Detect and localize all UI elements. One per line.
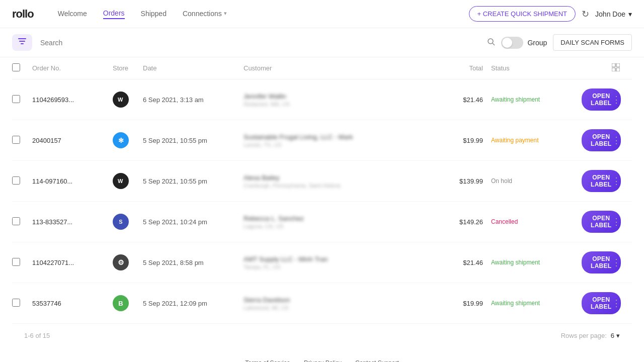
svg-rect-7	[612, 68, 615, 71]
filter-icon	[18, 38, 26, 45]
svg-rect-1	[19, 41, 25, 42]
col-store: Store	[113, 64, 143, 72]
customer-name: Sierra Davidson	[244, 296, 441, 304]
order-status: Cancelled	[491, 218, 582, 225]
col-order-no: Order No.	[32, 64, 113, 72]
customer-address: Cranburgh, Pennsylvania, Saint Helena	[244, 183, 441, 189]
more-options-button[interactable]: ⋮	[612, 257, 621, 268]
refresh-button[interactable]: ↻	[582, 9, 589, 20]
column-settings-button[interactable]	[612, 63, 620, 73]
group-label: Group	[527, 39, 547, 47]
terms-of-service-link[interactable]: Terms of Service	[245, 359, 290, 362]
logo: rollo	[12, 8, 34, 21]
search-button[interactable]	[487, 38, 495, 48]
nav-welcome[interactable]: Welcome	[58, 10, 87, 19]
privacy-policy-link[interactable]: Privacy Policy	[304, 359, 342, 362]
store-icon: B	[113, 295, 129, 311]
order-date: 5 Sep 2021, 10:24 pm	[143, 218, 244, 226]
order-date: 6 Sep 2021, 3:13 am	[143, 96, 244, 104]
connections-chevron-icon: ▾	[224, 10, 227, 17]
row-checkbox[interactable]	[12, 136, 20, 144]
row-checkbox[interactable]	[12, 176, 20, 185]
svg-line-4	[493, 43, 495, 45]
page-footer: Terms of Service Privacy Policy Contact …	[0, 347, 644, 362]
nav-links: Welcome Orders Shipped Connections ▾	[58, 9, 453, 19]
order-total: $149.26	[441, 218, 491, 226]
store-icon: W	[113, 92, 129, 108]
more-options-button[interactable]: ⋮	[612, 94, 621, 105]
pagination-info: 1-6 of 15	[24, 332, 50, 339]
wix-logo: W	[116, 176, 125, 186]
more-options-button[interactable]: ⋮	[612, 216, 621, 227]
user-menu[interactable]: John Doe ▾	[595, 10, 632, 18]
customer-address: Laredo, TX, US	[244, 142, 441, 148]
footer-links: Terms of Service Privacy Policy Contact …	[12, 359, 632, 362]
row-checkbox[interactable]	[12, 258, 20, 266]
table-row: 114-097160... W 5 Sep 2021, 10:55 pm Ale…	[12, 161, 632, 202]
more-options-button[interactable]: ⋮	[612, 135, 621, 146]
order-total: $21.46	[441, 96, 491, 104]
store-icon: S	[113, 214, 129, 230]
table-row: 53537746 B 5 Sep 2021, 12:09 pm Sierra D…	[12, 283, 632, 324]
table-row: 1104227071... ⚙ 5 Sep 2021, 8:58 pm AMT …	[12, 242, 632, 283]
order-number: 1104227071...	[32, 259, 113, 266]
order-number: 20400157	[32, 137, 113, 144]
row-checkbox[interactable]	[12, 299, 20, 307]
customer-address: Lakewood, MI, US	[244, 305, 441, 311]
svg-point-3	[488, 39, 493, 44]
order-total: $19.99	[441, 300, 491, 307]
wix-logo: W	[116, 95, 125, 104]
rows-per-page-label: Rows per page:	[561, 332, 607, 339]
customer-address: Tampa, FL, US	[244, 264, 441, 270]
customer-address: Laguna, CA, US	[244, 223, 441, 229]
column-settings-icon	[612, 63, 620, 71]
svg-rect-0	[18, 38, 26, 39]
create-quick-shipment-button[interactable]: + CREATE QUICK SHIPMENT	[469, 6, 576, 22]
order-status: On hold	[491, 177, 582, 185]
nav-orders[interactable]: Orders	[103, 9, 125, 19]
svg-text:W: W	[118, 178, 123, 184]
user-chevron-icon: ▾	[628, 10, 632, 18]
svg-rect-5	[612, 63, 615, 67]
navbar: rollo Welcome Orders Shipped Connections…	[0, 0, 644, 28]
row-checkbox[interactable]	[12, 217, 20, 225]
more-options-button[interactable]: ⋮	[612, 175, 621, 187]
table-row: 20400157 ✻ 5 Sep 2021, 10:55 pm Sustaina…	[12, 120, 632, 161]
table-row: 113-833527... S 5 Sep 2021, 10:24 pm Reb…	[12, 202, 632, 242]
customer-name: Jennifer Wallin	[244, 93, 441, 100]
daily-scan-forms-button[interactable]: DAILY SCAN FORMS	[553, 34, 632, 51]
col-total: Total	[441, 64, 491, 72]
store-icon: W	[113, 173, 129, 189]
col-date: Date	[143, 64, 244, 72]
orders-table: Order No. Store Date Customer Total Stat…	[0, 57, 644, 347]
search-input[interactable]	[38, 35, 481, 51]
customer-name: Sustainable Frugal Living, LLC - Mark	[244, 133, 441, 141]
group-toggle[interactable]	[501, 37, 523, 49]
order-total: $21.46	[441, 259, 491, 266]
order-status: Awaiting shipment	[491, 259, 582, 266]
rows-per-page-select[interactable]: 6 ▾	[611, 332, 620, 339]
search-icon	[487, 38, 495, 46]
filter-button[interactable]	[12, 34, 32, 51]
order-date: 5 Sep 2021, 10:55 pm	[143, 177, 244, 185]
customer-address: Redacted, WA, US	[244, 101, 441, 107]
order-status: Awaiting shipment	[491, 96, 582, 103]
svg-rect-6	[616, 63, 620, 67]
contact-support-link[interactable]: Contact Support	[355, 359, 399, 362]
select-all-checkbox[interactable]	[12, 63, 20, 71]
col-customer: Customer	[244, 64, 441, 72]
order-date: 5 Sep 2021, 8:58 pm	[143, 259, 244, 266]
row-checkbox[interactable]	[12, 95, 20, 103]
order-total: $19.99	[441, 137, 491, 144]
order-number: 114-097160...	[32, 177, 113, 185]
svg-rect-8	[616, 68, 620, 71]
more-options-button[interactable]: ⋮	[612, 298, 621, 309]
store-icon: ✻	[113, 132, 129, 148]
nav-connections[interactable]: Connections ▾	[183, 10, 227, 19]
order-status: Awaiting payment	[491, 137, 582, 144]
toggle-knob	[502, 38, 512, 48]
svg-text:W: W	[118, 97, 123, 103]
rows-per-page-value: 6	[611, 332, 614, 339]
nav-shipped[interactable]: Shipped	[141, 10, 167, 19]
rows-per-page-control: Rows per page: 6 ▾	[561, 332, 620, 339]
